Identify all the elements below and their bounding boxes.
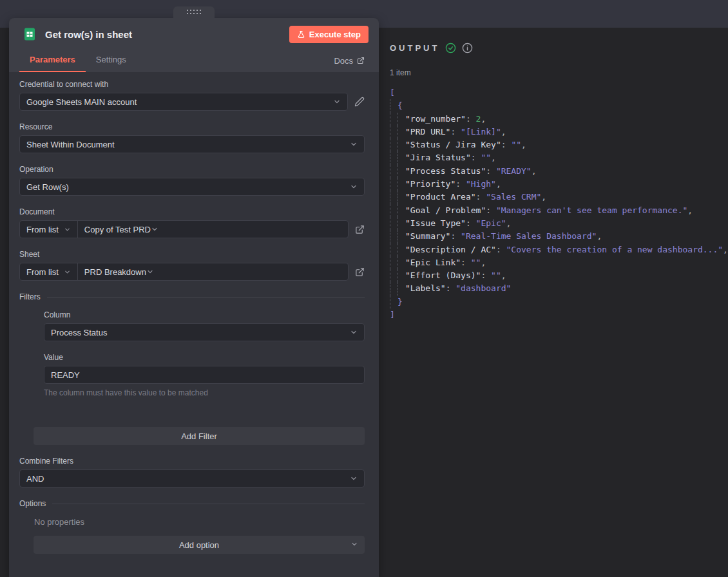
open-document-external-link-icon[interactable] xyxy=(355,225,365,234)
open-sheet-external-link-icon[interactable] xyxy=(355,267,365,277)
panel-drag-handle[interactable] xyxy=(173,6,215,22)
json-line: "Status / Jira Key": "", xyxy=(390,138,722,151)
options-section-label: Options xyxy=(19,499,46,508)
json-line: "row_number": 2, xyxy=(390,113,722,126)
chevron-down-icon xyxy=(146,268,154,276)
json-line: "Priority": "High", xyxy=(390,178,722,191)
credential-label: Credential to connect with xyxy=(19,80,365,89)
json-line: "Summary": "Real-Time Sales Dashboard", xyxy=(390,230,722,243)
filter-column-select[interactable]: Process Status xyxy=(44,323,365,341)
json-line: } xyxy=(390,296,722,308)
chevron-down-icon xyxy=(333,98,341,106)
filter-value-label: Value xyxy=(44,353,365,362)
document-mode-select[interactable]: From list xyxy=(20,221,78,238)
sheet-label: Sheet xyxy=(19,250,365,259)
add-filter-button[interactable]: Add Filter xyxy=(34,427,365,445)
divider xyxy=(47,297,365,298)
chevron-down-icon xyxy=(350,140,358,148)
external-link-icon xyxy=(357,57,365,64)
divider xyxy=(52,504,365,504)
sheet-resource-locator: From list PRD Breakdown xyxy=(19,263,349,281)
json-line: "Epic Link": "", xyxy=(390,256,722,269)
sheet-mode-select[interactable]: From list xyxy=(20,263,78,280)
output-items-count: 1 item xyxy=(390,68,722,77)
filter-value-hint: The column must have this value to be ma… xyxy=(44,388,365,397)
combine-filters-select[interactable]: AND xyxy=(19,469,365,487)
output-title: OUTPUT xyxy=(390,43,439,53)
json-line: { xyxy=(390,99,722,112)
success-check-icon xyxy=(445,43,456,53)
resource-select[interactable]: Sheet Within Document xyxy=(19,135,365,153)
document-resource-locator: From list Copy of Test PRD xyxy=(19,220,349,238)
chevron-down-icon xyxy=(151,225,158,233)
json-line: "Description / AC": "Covers the creation… xyxy=(390,243,722,256)
filters-section-label: Filters xyxy=(19,292,41,301)
flask-icon xyxy=(297,30,305,39)
chevron-down-icon xyxy=(350,540,358,548)
json-line: "Effort (Days)": "", xyxy=(390,269,722,282)
chevron-down-icon xyxy=(350,183,358,191)
parameters-body: Credential to connect with Google Sheets… xyxy=(9,72,379,567)
json-line: "Issue Type": "Epic", xyxy=(390,217,722,230)
info-icon[interactable] xyxy=(462,43,473,53)
json-line: "Jira Status": "", xyxy=(390,151,722,164)
tab-settings[interactable]: Settings xyxy=(86,49,137,72)
json-line: "Goal / Problem": "Managers can't see te… xyxy=(390,204,722,217)
filter-value-input[interactable] xyxy=(44,366,365,384)
output-json-view: [{"row_number": 2,"PRD URL": "[Link]","S… xyxy=(390,86,722,321)
document-value-select[interactable]: Copy of Test PRD xyxy=(78,221,348,238)
tab-parameters[interactable]: Parameters xyxy=(19,49,86,72)
node-title: Get row(s) in sheet xyxy=(45,29,289,40)
json-line: "Labels": "dashboard" xyxy=(390,282,722,295)
sheet-value-select[interactable]: PRD Breakdown xyxy=(78,263,348,280)
chevron-down-icon xyxy=(350,328,358,336)
json-line: "Product Area": "Sales CRM", xyxy=(390,191,722,203)
chevron-down-icon xyxy=(350,475,358,482)
chevron-down-icon xyxy=(64,226,71,233)
resource-label: Resource xyxy=(19,122,365,131)
node-detail-panel: Get row(s) in sheet Execute step Paramet… xyxy=(9,18,379,577)
document-label: Document xyxy=(19,207,365,216)
operation-label: Operation xyxy=(19,165,365,174)
json-line: ] xyxy=(390,308,722,321)
docs-link[interactable]: Docs xyxy=(334,56,365,66)
operation-select[interactable]: Get Row(s) xyxy=(19,178,365,196)
output-pane: OUTPUT 1 item [{"row_number": 2,"PRD URL… xyxy=(379,28,728,577)
json-line: "Process Status": "READY", xyxy=(390,165,722,178)
execute-step-button[interactable]: Execute step xyxy=(289,26,369,43)
google-sheets-icon xyxy=(23,28,36,41)
combine-filters-label: Combine Filters xyxy=(19,457,365,466)
edit-credential-pencil-icon[interactable] xyxy=(354,97,365,107)
filter-column-label: Column xyxy=(44,310,365,319)
add-option-button[interactable]: Add option xyxy=(34,536,365,554)
credential-select[interactable]: Google Sheets MAIN account xyxy=(19,93,348,111)
panel-header: Get row(s) in sheet Execute step Paramet… xyxy=(9,18,379,72)
chevron-down-icon xyxy=(64,269,71,276)
json-line: "PRD URL": "[Link]", xyxy=(390,126,722,138)
json-line: [ xyxy=(390,86,722,99)
no-properties-text: No properties xyxy=(34,517,365,527)
drag-dots-icon xyxy=(187,10,201,14)
